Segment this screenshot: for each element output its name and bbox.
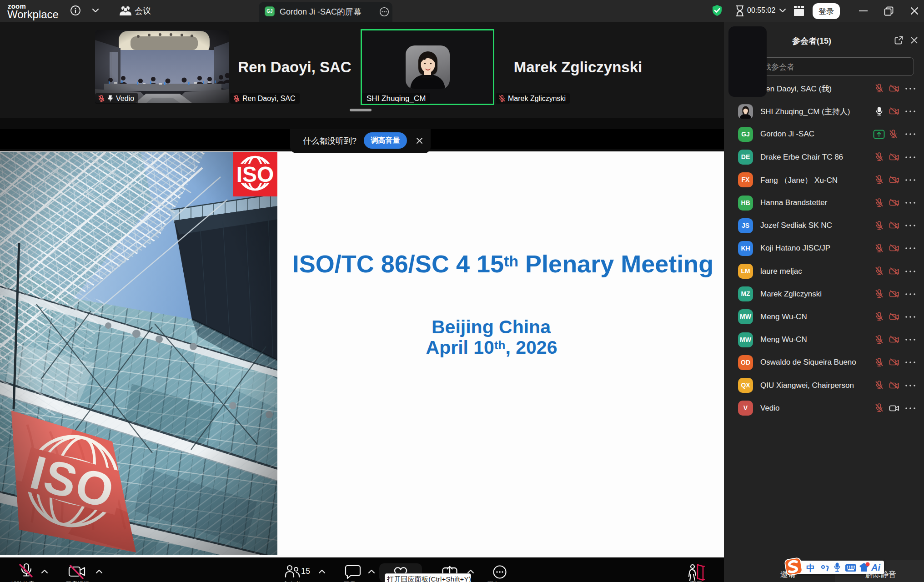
svg-text:ISO: ISO: [236, 162, 274, 186]
